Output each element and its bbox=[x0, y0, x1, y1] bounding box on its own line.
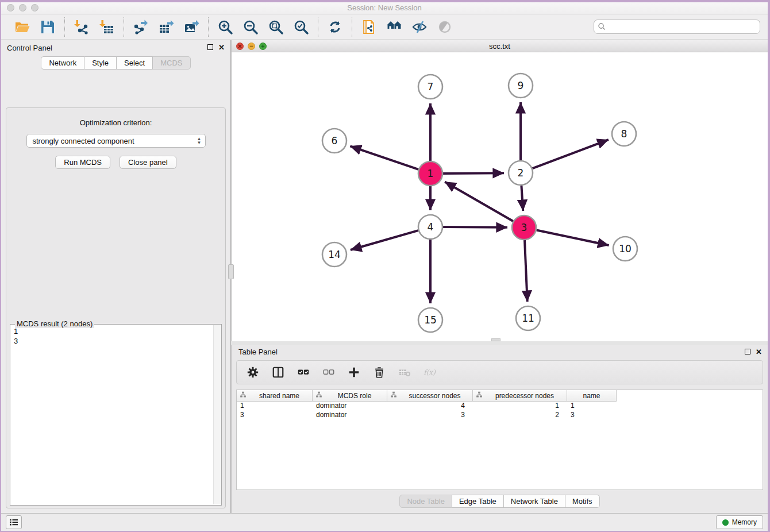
export-image-icon[interactable] bbox=[183, 18, 200, 36]
mcds-result-list[interactable]: 13 bbox=[14, 326, 212, 504]
table-body: 1dominator4113dominator323 bbox=[237, 402, 763, 420]
column-header-predecessor-nodes[interactable]: predecessor nodes bbox=[473, 390, 567, 402]
graph-node-4[interactable]: 4 bbox=[418, 215, 442, 239]
select-all-icon[interactable] bbox=[297, 365, 310, 379]
float-panel-icon[interactable] bbox=[207, 44, 213, 52]
zoom-out-icon[interactable] bbox=[242, 18, 259, 36]
graph-node-10[interactable]: 10 bbox=[613, 237, 637, 261]
column-header-MCDS-role[interactable]: MCDS role bbox=[313, 390, 387, 402]
tab-node-table[interactable]: Node Table bbox=[399, 495, 452, 508]
column-type-icon bbox=[240, 391, 247, 400]
hide-eye-icon[interactable] bbox=[411, 18, 428, 36]
float-table-panel-icon[interactable] bbox=[745, 348, 750, 356]
tab-network[interactable]: Network bbox=[41, 56, 84, 70]
zoom-selected-icon[interactable] bbox=[292, 18, 310, 36]
export-table-icon[interactable] bbox=[157, 18, 175, 36]
column-header-successor-nodes[interactable]: successor nodes bbox=[387, 390, 473, 402]
edge-3-1[interactable] bbox=[445, 182, 513, 222]
eye-icon[interactable] bbox=[436, 18, 453, 36]
maximize-window-button[interactable] bbox=[31, 4, 38, 11]
minimize-window-button[interactable] bbox=[19, 4, 26, 11]
close-table-panel-icon[interactable]: ✕ bbox=[756, 348, 762, 356]
graph-node-2[interactable]: 2 bbox=[509, 161, 533, 185]
column-header-name[interactable]: name bbox=[567, 390, 617, 402]
svg-text:7: 7 bbox=[428, 81, 434, 92]
close-panel-button[interactable]: Close panel bbox=[120, 156, 176, 169]
edge-1-2[interactable] bbox=[443, 173, 504, 174]
window-title: Session: New Session bbox=[1, 2, 768, 14]
tab-motifs[interactable]: Motifs bbox=[565, 495, 600, 508]
application-window: Session: New Session Control Panel ✕ Net… bbox=[0, 0, 770, 532]
splitter-handle[interactable] bbox=[228, 264, 234, 279]
tab-edge-table[interactable]: Edge Table bbox=[452, 495, 504, 508]
tab-mcds[interactable]: MCDS bbox=[153, 56, 190, 70]
export-network-icon[interactable] bbox=[132, 18, 149, 36]
graph-node-15[interactable]: 15 bbox=[418, 308, 442, 332]
table-row[interactable]: 3dominator323 bbox=[237, 411, 763, 420]
delete-table-icon[interactable] bbox=[398, 365, 411, 379]
run-mcds-button[interactable]: Run MCDS bbox=[55, 156, 110, 169]
search-input[interactable] bbox=[606, 21, 760, 33]
memory-label: Memory bbox=[732, 518, 757, 526]
close-panel-icon[interactable]: ✕ bbox=[218, 44, 225, 52]
column-header-shared-name[interactable]: shared name bbox=[237, 390, 313, 402]
delete-column-icon[interactable] bbox=[372, 365, 386, 379]
graph-node-1[interactable]: 1 bbox=[418, 161, 442, 186]
memory-status-icon bbox=[722, 519, 729, 526]
zoom-in-icon[interactable] bbox=[217, 18, 234, 36]
table-tabs: Node TableEdge TableNetwork TableMotifs bbox=[232, 495, 768, 508]
edge-3-11[interactable] bbox=[525, 240, 528, 302]
control-panel-title: Control Panel bbox=[7, 44, 52, 52]
task-history-button[interactable] bbox=[6, 515, 22, 529]
result-scrollbar[interactable] bbox=[213, 325, 221, 504]
network-graph[interactable]: 7 9 6 8 1 2 4 3 14 10 15 11 bbox=[232, 52, 767, 337]
deselect-all-icon[interactable] bbox=[322, 365, 336, 379]
control-panel-header: Control Panel ✕ bbox=[1, 40, 230, 55]
table-row[interactable]: 1dominator411 bbox=[237, 402, 763, 411]
graph-node-3[interactable]: 3 bbox=[512, 215, 536, 240]
canvas-scrollbar-nub[interactable] bbox=[491, 338, 500, 341]
edge-1-6[interactable] bbox=[350, 146, 418, 169]
function-builder-icon[interactable]: f(x) bbox=[423, 365, 437, 379]
graph-node-6[interactable]: 6 bbox=[322, 129, 346, 153]
network-close-button[interactable] bbox=[236, 43, 244, 50]
network-minimize-button[interactable] bbox=[248, 43, 255, 50]
criterion-select[interactable]: strongly connected component ▲▼ bbox=[26, 134, 206, 148]
tab-select[interactable]: Select bbox=[117, 56, 153, 70]
memory-button[interactable]: Memory bbox=[716, 515, 763, 529]
status-bar: Memory bbox=[1, 513, 768, 531]
clone-network-icon[interactable] bbox=[360, 18, 378, 36]
split-columns-icon[interactable] bbox=[271, 365, 285, 379]
svg-text:9: 9 bbox=[518, 80, 524, 91]
svg-text:6: 6 bbox=[332, 135, 338, 147]
home-icon[interactable] bbox=[386, 18, 403, 36]
import-table-icon[interactable] bbox=[98, 18, 116, 36]
edge-3-10[interactable] bbox=[537, 230, 609, 246]
tab-style[interactable]: Style bbox=[84, 56, 117, 70]
graph-node-7[interactable]: 7 bbox=[418, 75, 442, 99]
network-zoom-button[interactable] bbox=[259, 43, 267, 50]
mcds-panel: Optimization criterion: strongly connect… bbox=[6, 107, 226, 508]
tab-network-table[interactable]: Network Table bbox=[504, 495, 565, 508]
main-area: Control Panel ✕ NetworkStyleSelectMCDS O… bbox=[1, 40, 768, 513]
network-canvas[interactable]: 7 9 6 8 1 2 4 3 14 10 15 11 bbox=[232, 52, 768, 341]
graph-node-9[interactable]: 9 bbox=[509, 74, 533, 98]
search-box[interactable] bbox=[594, 20, 760, 34]
zoom-fit-icon[interactable] bbox=[267, 18, 284, 36]
open-file-icon[interactable] bbox=[14, 18, 31, 36]
save-session-icon[interactable] bbox=[39, 18, 56, 36]
close-window-button[interactable] bbox=[7, 4, 14, 11]
add-column-icon[interactable] bbox=[347, 365, 361, 379]
graph-node-8[interactable]: 8 bbox=[612, 122, 636, 146]
gear-icon[interactable] bbox=[246, 365, 260, 379]
edge-2-3[interactable] bbox=[521, 186, 523, 211]
edge-4-14[interactable] bbox=[351, 230, 418, 250]
edge-2-8[interactable] bbox=[533, 140, 609, 168]
edge-4-3[interactable] bbox=[443, 227, 507, 228]
refresh-icon[interactable] bbox=[326, 18, 344, 36]
node-table[interactable]: shared name MCDS role successor nodes pr… bbox=[236, 390, 763, 490]
import-network-icon[interactable] bbox=[73, 18, 90, 36]
graph-node-11[interactable]: 11 bbox=[516, 306, 540, 330]
graph-node-14[interactable]: 14 bbox=[322, 242, 346, 267]
task-list-icon bbox=[9, 518, 18, 526]
